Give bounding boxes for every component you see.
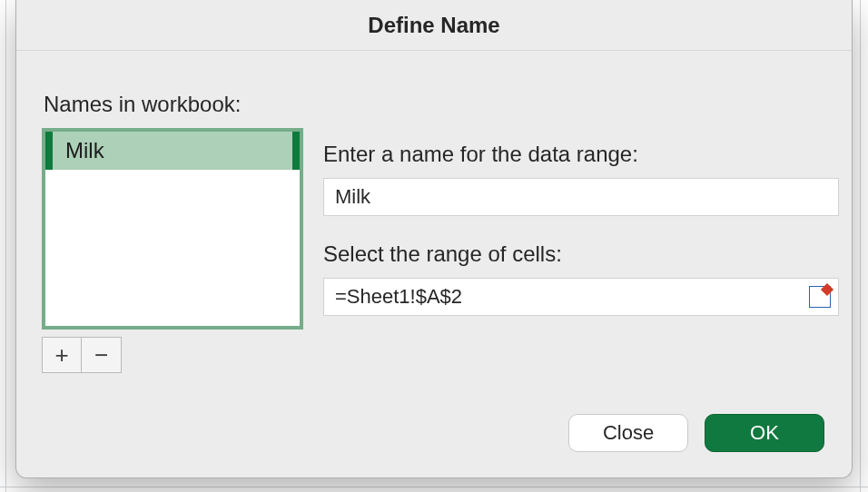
name-input[interactable] bbox=[323, 178, 839, 216]
names-listbox[interactable]: Milk bbox=[42, 128, 303, 330]
define-name-dialog: Define Name Names in workbook: Milk + − … bbox=[15, 0, 853, 478]
range-select-icon[interactable] bbox=[809, 286, 831, 308]
list-item[interactable]: Milk bbox=[45, 132, 300, 170]
remove-button[interactable]: − bbox=[82, 337, 122, 373]
range-input-wrap bbox=[323, 278, 839, 316]
add-remove-group: + − bbox=[42, 337, 122, 373]
add-button[interactable]: + bbox=[42, 337, 82, 373]
close-button[interactable]: Close bbox=[568, 414, 688, 452]
gridline bbox=[860, 0, 861, 492]
range-field-label: Select the range of cells: bbox=[323, 241, 562, 267]
dialog-content: Names in workbook: Milk + − Enter a name… bbox=[16, 51, 852, 87]
range-input[interactable] bbox=[324, 279, 809, 315]
gridline bbox=[5, 0, 6, 492]
ok-button[interactable]: OK bbox=[705, 414, 824, 452]
dialog-footer: Close OK bbox=[568, 414, 824, 452]
dialog-title: Define Name bbox=[16, 0, 852, 51]
gridline bbox=[0, 487, 868, 487]
name-field-label: Enter a name for the data range: bbox=[323, 142, 638, 167]
names-in-workbook-label: Names in workbook: bbox=[44, 92, 241, 117]
